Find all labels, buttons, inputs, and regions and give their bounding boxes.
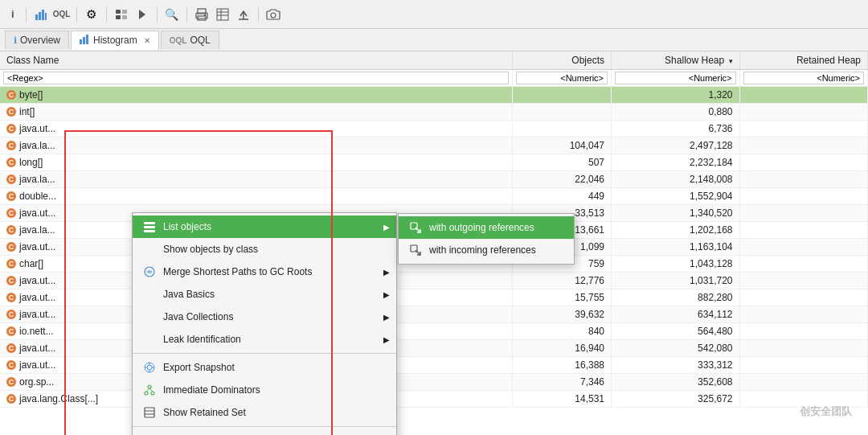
class-icon: C (6, 310, 16, 319)
cell-shallow: 882,280 (612, 289, 739, 306)
svg-rect-42 (145, 408, 154, 417)
cell-objects (513, 87, 612, 104)
cell-shallow: 333,312 (612, 357, 739, 374)
cell-shallow: 634,112 (612, 306, 739, 323)
class-icon: C (6, 158, 16, 167)
show-objects-icon (142, 242, 157, 256)
nav-back-icon[interactable] (113, 6, 129, 23)
export-toolbar-icon[interactable] (235, 6, 252, 23)
svg-rect-13 (217, 9, 228, 20)
settings-toolbar-icon[interactable]: ⚙ (84, 6, 100, 23)
menu-item-export-snapshot[interactable]: Export Snapshot (133, 356, 396, 379)
print-toolbar-icon[interactable] (194, 6, 210, 23)
menu-item-merge-paths[interactable]: Merge Shortest Paths to GC Roots ▶ (133, 261, 396, 283)
class-icon: C (6, 191, 16, 201)
cell-shallow: 0,880 (612, 104, 739, 121)
classname-text: java.la... (19, 224, 55, 236)
oql-toolbar-icon[interactable]: OQL (54, 6, 70, 23)
table-toolbar-icon[interactable] (215, 6, 231, 23)
svg-rect-4 (116, 10, 121, 14)
submenu-incoming[interactable]: with incoming references (399, 239, 574, 261)
info-tab-icon[interactable]: i (6, 5, 19, 23)
classname-text: java.ut... (19, 309, 55, 320)
nav-icon2[interactable] (134, 6, 150, 23)
java-basics-icon (142, 287, 157, 302)
cell-retained (739, 104, 868, 121)
separator-menu-1 (133, 353, 396, 354)
cell-shallow: 352,608 (612, 374, 739, 391)
leak-icon (142, 332, 157, 347)
col-retained-heap[interactable]: Retained Heap (739, 51, 868, 70)
cell-retained (739, 306, 868, 323)
tab-histogram-icon (80, 35, 90, 47)
menu-item-java-collections[interactable]: Java Collections ▶ (133, 306, 396, 328)
cell-objects: 16,388 (513, 357, 612, 374)
class-icon: C (6, 259, 16, 269)
class-icon: C (6, 360, 16, 370)
class-icon: C (6, 124, 16, 133)
cell-shallow: 1,043,128 (612, 256, 739, 273)
context-menu-wrapper: List objects ▶ with outgoing references (66, 132, 331, 435)
classname-text: java.ut... (19, 123, 55, 134)
cell-retained (739, 273, 868, 289)
svg-marker-8 (139, 10, 145, 19)
class-icon: C (6, 107, 16, 117)
search-toolbar-icon[interactable]: 🔍 (164, 6, 180, 23)
filter-objects-cell (513, 70, 612, 87)
retained-set-icon (142, 405, 157, 420)
menu-item-leak-id[interactable]: Leak Identification ▶ (133, 328, 396, 351)
class-icon: C (6, 242, 16, 252)
col-objects[interactable]: Objects (513, 51, 612, 70)
submenu-list-objects: with outgoing references with incoming r… (398, 213, 575, 265)
classname-text: io.nett... (19, 326, 54, 337)
outgoing-icon (408, 220, 423, 235)
histogram-toolbar-icon[interactable] (33, 6, 49, 23)
submenu-outgoing[interactable]: with outgoing references (399, 216, 574, 239)
cell-objects (513, 104, 612, 121)
classname-text: java.ut... (19, 343, 55, 354)
svg-rect-6 (122, 10, 127, 14)
filter-classname-input[interactable] (3, 72, 509, 84)
filter-classname-cell (0, 70, 513, 87)
filter-objects-input[interactable] (516, 72, 608, 84)
cell-shallow: 325,672 (612, 391, 739, 408)
separator-2 (76, 7, 77, 22)
cell-shallow: 564,480 (612, 323, 739, 340)
menu-item-list-objects[interactable]: List objects ▶ with outgoing references (133, 215, 396, 238)
table-row[interactable]: Cbyte[]1,320 (0, 87, 868, 104)
menu-item-java-basics[interactable]: Java Basics ▶ (133, 283, 396, 306)
col-classname[interactable]: Class Name (0, 51, 513, 70)
svg-rect-25 (144, 230, 155, 232)
class-icon: C (6, 293, 16, 302)
cell-shallow: 2,148,008 (612, 171, 739, 188)
cell-objects: 12,776 (513, 273, 612, 289)
svg-rect-24 (144, 226, 155, 228)
col-shallow-heap[interactable]: Shallow Heap ▾ (612, 51, 739, 70)
cell-objects: 39,632 (513, 306, 612, 323)
menu-item-list-objects-label: List objects (163, 221, 211, 232)
cell-shallow: 1,340,520 (612, 205, 739, 222)
cell-classname: Cbyte[] (0, 87, 513, 104)
tab-histogram-close[interactable]: ✕ (144, 36, 150, 45)
table-row[interactable]: Cint[]0,880 (0, 104, 868, 121)
tab-histogram[interactable]: Histogram ✕ (71, 31, 159, 50)
menu-item-show-retained-set[interactable]: Show Retained Set (133, 401, 396, 424)
menu-item-immediate-dominators[interactable]: Immediate Dominators (133, 379, 396, 401)
svg-rect-21 (83, 37, 85, 44)
menu-item-export-label: Export Snapshot (163, 362, 235, 373)
menu-item-leak-arrow: ▶ (383, 335, 390, 344)
tab-overview[interactable]: ℹ Overview (5, 31, 69, 49)
tab-oql[interactable]: OQL OQL (161, 31, 219, 49)
filter-shallow-input[interactable] (615, 72, 735, 84)
cell-shallow: 542,080 (612, 340, 739, 357)
svg-rect-12 (204, 14, 206, 16)
svg-rect-2 (42, 10, 44, 20)
menu-item-copy[interactable]: Copy ▶ (133, 429, 396, 435)
menu-item-show-objects-by-class[interactable]: Show objects by class (133, 238, 396, 261)
submenu-outgoing-label: with outgoing references (429, 222, 534, 233)
filter-retained-input[interactable] (743, 72, 865, 84)
camera-toolbar-icon[interactable] (265, 6, 281, 23)
separator-4 (157, 7, 158, 22)
separator-3 (106, 7, 107, 22)
toolbar: i OQL ⚙ 🔍 (0, 0, 868, 29)
